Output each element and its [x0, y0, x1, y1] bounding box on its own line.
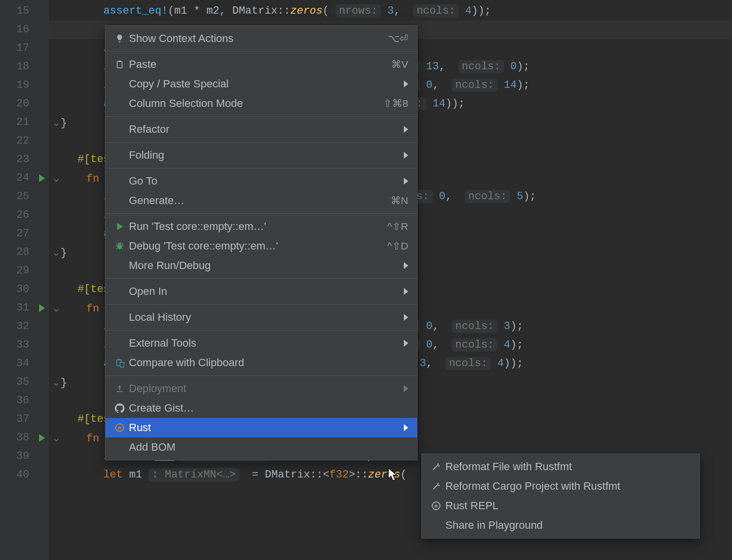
line-number: 16 — [0, 21, 49, 39]
menu-item-shortcut: ⌥⏎ — [388, 33, 408, 44]
menu-separator — [105, 304, 417, 305]
menu-item-shortcut: ^⇧D — [387, 240, 408, 252]
fold-icon[interactable]: ⌄ — [52, 299, 59, 317]
menu-separator — [105, 51, 417, 52]
run-gutter-icon[interactable] — [39, 174, 45, 182]
line-number: 15 — [0, 2, 49, 21]
submenu-arrow-icon — [404, 288, 408, 295]
fold-icon[interactable]: ⌄ — [52, 373, 59, 392]
menu-item-go-to[interactable]: Go To — [105, 171, 417, 191]
menu-item-add-bom[interactable]: Add BOM — [105, 437, 417, 457]
submenu-arrow-icon — [404, 424, 408, 431]
fold-icon[interactable]: ⌄ — [52, 169, 59, 187]
submenu-arrow-icon — [404, 152, 408, 159]
wand-icon — [429, 481, 443, 491]
upload-icon — [112, 384, 127, 394]
menu-item-debug-test[interactable]: Debug 'Test core::empty::em…'^⇧D — [105, 236, 417, 256]
line-number: 20 — [0, 95, 49, 113]
svg-rect-0 — [117, 62, 122, 68]
line-number: 32 — [0, 317, 49, 336]
menu-item-shortcut: ⇧⌘8 — [383, 98, 408, 109]
run-gutter-icon[interactable] — [39, 304, 45, 312]
fold-icon[interactable]: ⌄ — [52, 429, 59, 447]
svg-rect-13 — [120, 362, 124, 367]
menu-item-paste[interactable]: Paste⌘V — [105, 55, 417, 74]
menu-item-label: Column Selection Mode — [127, 97, 383, 110]
submenu-item-rust-repl[interactable]: RRust REPL — [422, 496, 699, 516]
submenu-arrow-icon — [404, 178, 408, 185]
line-number: 28 — [0, 243, 49, 262]
submenu-item-label: Reformat Cargo Project with Rustfmt — [443, 480, 690, 493]
menu-item-label: Debug 'Test core::empty::em…' — [127, 240, 387, 252]
svg-line-8 — [122, 248, 123, 249]
menu-item-create-gist[interactable]: Create Gist… — [105, 398, 417, 418]
fold-icon[interactable]: ⌄ — [52, 243, 59, 262]
menu-item-label: Run 'Test core::empty::em…' — [127, 220, 387, 233]
fold-icon[interactable]: ⌄ — [52, 113, 59, 132]
svg-point-10 — [120, 243, 121, 244]
line-number: 40 — [0, 466, 49, 484]
rust-icon: R — [112, 423, 127, 433]
menu-item-folding[interactable]: Folding — [105, 145, 417, 165]
menu-item-copy-paste-special[interactable]: Copy / Paste Special — [105, 74, 417, 94]
svg-rect-1 — [119, 61, 121, 62]
menu-separator — [105, 375, 417, 376]
menu-item-generate[interactable]: Generate…⌘N — [105, 191, 417, 210]
line-number: 27 — [0, 225, 49, 243]
code-line[interactable]: assert_eq!(m1 * m2, DMatrix::zeros( nrow… — [49, 2, 732, 21]
menu-item-deployment: Deployment — [105, 379, 417, 398]
svg-point-9 — [118, 243, 120, 244]
line-number: 37 — [0, 410, 49, 429]
line-number: 17 — [0, 39, 49, 58]
submenu-arrow-icon — [404, 126, 408, 133]
menu-item-refactor[interactable]: Refactor — [105, 120, 417, 139]
menu-item-run-test[interactable]: Run 'Test core::empty::em…'^⇧R — [105, 217, 417, 236]
menu-item-local-history[interactable]: Local History — [105, 308, 417, 327]
submenu-arrow-icon — [404, 385, 408, 392]
svg-text:R: R — [435, 504, 438, 509]
submenu-item-reformat-cargo-rustfmt[interactable]: Reformat Cargo Project with Rustfmt — [422, 477, 699, 496]
line-number: 24 — [0, 169, 49, 187]
menu-item-label: More Run/Debug — [127, 259, 400, 272]
rust-submenu[interactable]: Reformat File with RustfmtReformat Cargo… — [421, 454, 700, 539]
run-gutter-icon[interactable] — [39, 434, 45, 442]
bulb-icon — [112, 34, 127, 43]
menu-item-column-selection-mode[interactable]: Column Selection Mode⇧⌘8 — [105, 94, 417, 113]
gutter: 1516171819202122232425262728293031323334… — [0, 0, 49, 560]
line-number: 18 — [0, 58, 49, 76]
run-icon — [112, 222, 127, 231]
wand-icon — [429, 462, 443, 472]
context-menu[interactable]: Show Context Actions⌥⏎Paste⌘VCopy / Past… — [105, 25, 418, 460]
line-number: 30 — [0, 280, 49, 299]
line-number: 36 — [0, 392, 49, 410]
menu-separator — [105, 168, 417, 168]
github-icon — [112, 403, 127, 413]
menu-item-rust[interactable]: RRust — [105, 418, 417, 437]
submenu-item-label: Rust REPL — [443, 499, 690, 512]
diff-clipboard-icon — [112, 358, 127, 368]
menu-item-label: Create Gist… — [127, 402, 408, 415]
line-number: 39 — [0, 447, 49, 466]
menu-item-shortcut: ^⇧R — [387, 221, 408, 232]
menu-item-open-in[interactable]: Open In — [105, 282, 417, 301]
submenu-item-share-in-playground[interactable]: Share in Playground — [422, 516, 699, 535]
line-number: 35 — [0, 373, 49, 392]
line-number: 26 — [0, 206, 49, 225]
submenu-item-reformat-file-rustfmt[interactable]: Reformat File with Rustfmt — [422, 457, 699, 477]
menu-item-label: Add BOM — [127, 441, 408, 454]
menu-item-show-context-actions[interactable]: Show Context Actions⌥⏎ — [105, 29, 417, 48]
submenu-arrow-icon — [404, 81, 408, 87]
menu-item-compare-with-clipboard[interactable]: Compare with Clipboard — [105, 353, 417, 373]
menu-item-label: Go To — [127, 175, 400, 187]
svg-point-2 — [118, 244, 122, 249]
menu-item-more-run-debug[interactable]: More Run/Debug — [105, 256, 417, 275]
menu-item-label: Refactor — [127, 123, 400, 136]
svg-line-7 — [116, 248, 118, 249]
line-number: 21 — [0, 113, 49, 132]
menu-separator — [105, 142, 417, 143]
menu-item-external-tools[interactable]: External Tools — [105, 333, 417, 353]
rust-repl-icon: R — [429, 501, 443, 511]
submenu-arrow-icon — [404, 340, 408, 347]
menu-item-shortcut: ⌘V — [391, 59, 408, 70]
line-number: 19 — [0, 76, 49, 95]
